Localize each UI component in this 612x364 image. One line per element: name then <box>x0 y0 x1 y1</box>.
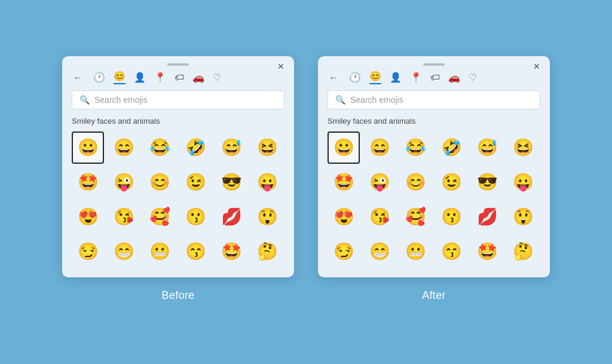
transport-icon[interactable]: 🚗 <box>448 72 460 83</box>
emoji-cell[interactable]: 😬 <box>143 235 176 268</box>
emoji-cell[interactable]: 💋 <box>215 201 247 233</box>
after-emoji-grid: 😀 😄 😂 🤣 😅 😆 🤩 😜 😊 😉 😎 😛 😍 😘 🥰 😗 💋 😲 <box>328 131 540 268</box>
before-label: Before <box>162 289 195 302</box>
smiley-icon[interactable]: 😊 <box>369 71 381 84</box>
emoji-cell[interactable]: 😉 <box>435 166 467 198</box>
emoji-cell[interactable]: 🤩 <box>471 235 503 268</box>
emoji-cell[interactable]: 🤩 <box>328 166 360 198</box>
emoji-cell[interactable]: 🤔 <box>507 235 539 268</box>
emoji-cell[interactable]: 😊 <box>399 166 432 198</box>
emoji-cell[interactable]: 🤣 <box>179 131 212 164</box>
after-section-title: Smiley faces and animals <box>328 117 540 126</box>
after-search-bar[interactable]: 🔍 Search emojis <box>328 90 540 109</box>
heart-icon[interactable]: ♡ <box>469 72 477 83</box>
before-search-bar[interactable]: 🔍 Search emojis <box>72 90 284 109</box>
smiley-icon[interactable]: 😊 <box>114 71 126 84</box>
emoji-cell[interactable]: 🥰 <box>143 201 176 233</box>
emoji-cell[interactable]: 😜 <box>108 166 140 198</box>
emoji-cell[interactable]: 😜 <box>363 166 396 198</box>
emoji-cell[interactable]: 😆 <box>507 131 539 164</box>
after-nav: ← 🕐 😊 👤 📍 🏷 🚗 ♡ <box>328 71 540 84</box>
back-icon[interactable]: ← <box>73 72 82 83</box>
emoji-cell[interactable]: 😛 <box>507 166 539 198</box>
after-label: After <box>422 289 446 302</box>
people-icon[interactable]: 👤 <box>390 72 402 83</box>
after-panel-wrapper: ✕ ← 🕐 😊 👤 📍 🏷 🚗 ♡ 🔍 Search emojis Smiley… <box>318 56 550 302</box>
emoji-cell[interactable]: 😀 <box>328 131 360 164</box>
emoji-cell[interactable]: 😏 <box>328 235 360 268</box>
emoji-cell[interactable]: 😛 <box>251 166 283 198</box>
after-titlebar: ✕ <box>328 63 540 66</box>
after-search-placeholder: Search emojis <box>350 95 403 105</box>
before-titlebar: ✕ <box>72 63 284 66</box>
emoji-cell[interactable]: 😎 <box>471 166 503 198</box>
search-icon: 🔍 <box>79 95 90 105</box>
people-icon[interactable]: 👤 <box>134 72 146 83</box>
emoji-cell[interactable]: 🤩 <box>72 166 104 198</box>
emoji-cell[interactable]: 😆 <box>251 131 283 164</box>
before-close-button[interactable]: ✕ <box>277 62 284 71</box>
emoji-cell[interactable]: 😲 <box>251 201 283 233</box>
emoji-cell[interactable]: 😘 <box>108 201 140 233</box>
emoji-cell[interactable]: 😏 <box>72 235 104 268</box>
before-search-placeholder: Search emojis <box>94 95 148 105</box>
emoji-cell[interactable]: 😍 <box>328 201 360 233</box>
emoji-cell[interactable]: 😁 <box>363 235 396 268</box>
emoji-cell[interactable]: 💋 <box>471 201 503 233</box>
comparison-panels: ✕ ← 🕐 😊 👤 📍 🏷 🚗 ♡ 🔍 Search emojis Smiley… <box>62 56 550 302</box>
emoji-cell[interactable]: 😂 <box>399 131 432 164</box>
drag-handle <box>167 63 189 66</box>
emoji-cell[interactable]: 😍 <box>72 201 104 233</box>
emoji-cell[interactable]: 😄 <box>108 131 140 164</box>
emoji-cell[interactable]: 😅 <box>471 131 503 164</box>
before-nav: ← 🕐 😊 👤 📍 🏷 🚗 ♡ <box>72 71 284 84</box>
emoji-cell[interactable]: 😊 <box>143 166 176 198</box>
emoji-cell[interactable]: 😅 <box>215 131 247 164</box>
emoji-cell[interactable]: 😘 <box>363 201 396 233</box>
emoji-cell[interactable]: 🤣 <box>435 131 467 164</box>
emoji-cell[interactable]: 😙 <box>179 235 212 268</box>
emoji-cell[interactable]: 😬 <box>399 235 432 268</box>
emoji-cell[interactable]: 😲 <box>507 201 539 233</box>
emoji-cell[interactable]: 😂 <box>143 131 176 164</box>
emoji-cell[interactable]: 😉 <box>179 166 212 198</box>
location-icon[interactable]: 📍 <box>410 72 422 83</box>
before-emoji-grid: 😀 😄 😂 🤣 😅 😆 🤩 😜 😊 😉 😎 😛 😍 😘 🥰 😗 💋 😲 <box>72 131 284 268</box>
after-close-button[interactable]: ✕ <box>533 62 540 71</box>
after-emoji-picker: ✕ ← 🕐 😊 👤 📍 🏷 🚗 ♡ 🔍 Search emojis Smiley… <box>318 56 550 277</box>
tag-icon[interactable]: 🏷 <box>430 72 440 83</box>
before-panel-wrapper: ✕ ← 🕐 😊 👤 📍 🏷 🚗 ♡ 🔍 Search emojis Smiley… <box>62 56 294 302</box>
search-icon: 🔍 <box>335 95 345 105</box>
emoji-cell[interactable]: 😙 <box>435 235 467 268</box>
recent-icon[interactable]: 🕐 <box>349 72 361 83</box>
emoji-cell[interactable]: 😗 <box>435 201 467 233</box>
recent-icon[interactable]: 🕐 <box>93 72 105 83</box>
tag-icon[interactable]: 🏷 <box>175 72 184 83</box>
before-section-title: Smiley faces and animals <box>72 117 284 126</box>
emoji-cell[interactable]: 🥰 <box>399 201 432 233</box>
emoji-cell[interactable]: 😁 <box>108 235 140 268</box>
emoji-cell[interactable]: 🤔 <box>251 235 283 268</box>
emoji-cell[interactable]: 😄 <box>363 131 396 164</box>
emoji-cell[interactable]: 😎 <box>215 166 247 198</box>
before-emoji-picker: ✕ ← 🕐 😊 👤 📍 🏷 🚗 ♡ 🔍 Search emojis Smiley… <box>62 56 294 277</box>
transport-icon[interactable]: 🚗 <box>192 72 204 83</box>
location-icon[interactable]: 📍 <box>154 72 166 83</box>
drag-handle <box>423 63 445 66</box>
emoji-cell[interactable]: 😀 <box>72 131 104 164</box>
heart-icon[interactable]: ♡ <box>213 72 221 83</box>
back-icon[interactable]: ← <box>329 72 338 83</box>
emoji-cell[interactable]: 🤩 <box>215 235 247 268</box>
emoji-cell[interactable]: 😗 <box>179 201 212 233</box>
